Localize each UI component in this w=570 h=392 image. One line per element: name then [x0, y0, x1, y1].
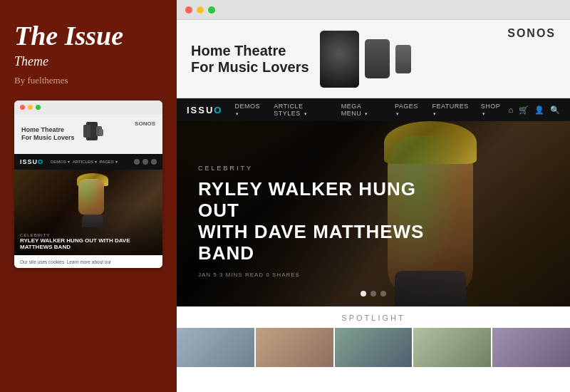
nav-item-pages[interactable]: PAGES ▾ [390, 103, 425, 117]
nav-user-icon[interactable]: 👤 [534, 105, 544, 115]
mini-nav-icons [134, 159, 157, 165]
mini-nav-logo: ISSUO [20, 158, 43, 165]
spotlight-label: SPOTLIGHT [177, 314, 570, 322]
ad-banner: Home Theatre For Music Lovers SONOS [177, 20, 570, 98]
mini-speaker-icon [82, 120, 107, 148]
mini-icon-1 [134, 159, 140, 165]
spotlight-image-5[interactable] [492, 328, 570, 367]
mini-icon-3 [151, 159, 157, 165]
nav-item-demos[interactable]: DEMOS ▾ [229, 103, 267, 117]
mini-dot-green [36, 105, 41, 110]
chrome-dot-red [185, 6, 192, 14]
hero-section: CELEBRITY RYLEY WALKER HUNG OUT WITH DAV… [177, 121, 570, 306]
hero-meta: JAN 5 3 MINS READ 0 SHARES [198, 272, 455, 278]
main-browser-window: Home Theatre For Music Lovers SONOS ISSU… [177, 0, 570, 392]
mini-browser-bar [14, 100, 162, 115]
mini-ad-brand: SONOS [135, 119, 155, 127]
logo-dot: O [214, 105, 222, 115]
site-nav: ISSUO DEMOS ▾ ARTICLE STYLES ▾ MEGA MENU… [177, 98, 570, 121]
spotlight-image-4[interactable] [413, 328, 491, 367]
nav-icons: ⌂ 🛒 👤 🔍 [508, 105, 560, 115]
nav-home-icon[interactable]: ⌂ [508, 105, 513, 114]
nav-item-features[interactable]: FEATURES ▾ [427, 103, 474, 117]
mini-cookie-notice: Our site uses cookies. Learn more about … [14, 255, 162, 268]
mini-browser-preview: Home Theatre For Music Lovers SONOS ISSU… [14, 100, 162, 268]
nav-item-mega-menu[interactable]: MEGA MENU ▾ [336, 103, 388, 117]
hero-category: CELEBRITY [198, 165, 455, 172]
spotlight-images [177, 328, 570, 367]
hero-title: RYLEY WALKER HUNG OUT WITH DAVE MATTHEWS… [198, 179, 455, 264]
mini-hero-title: RYLEY WALKER HUNG OUT WITH DAVE MATTHEWS… [20, 237, 157, 251]
mini-dot-yellow [28, 105, 33, 110]
hero-content: CELEBRITY RYLEY WALKER HUNG OUT WITH DAV… [198, 165, 455, 278]
mini-dot-red [20, 105, 25, 110]
mini-ad-text-line1: Home Theatre [21, 126, 75, 135]
hero-dot-1[interactable] [361, 291, 366, 296]
mini-nav-articles: ARTICLES ▾ [73, 159, 97, 164]
speaker-main-icon [320, 31, 359, 88]
nav-cart-icon[interactable]: 🛒 [519, 105, 529, 115]
browser-chrome-bar [177, 0, 570, 20]
speaker-small-icon [365, 39, 390, 78]
mini-ad-text-line2: For Music Lovers [21, 134, 75, 143]
ad-speaker-visual [320, 31, 411, 88]
sidebar: The Issue Theme By fuelthemes Home Theat… [0, 0, 177, 392]
mini-ad-banner: Home Theatre For Music Lovers SONOS [14, 115, 162, 154]
nav-items: DEMOS ▾ ARTICLE STYLES ▾ MEGA MENU ▾ PAG… [229, 103, 508, 117]
spotlight-image-3[interactable] [335, 328, 413, 367]
mini-hero-text: CELEBRITY RYLEY WALKER HUNG OUT WITH DAV… [14, 229, 162, 255]
ad-brand-label: SONOS [507, 27, 556, 40]
nav-item-shop[interactable]: SHOP ▾ [476, 103, 509, 117]
mini-nav-bar: ISSUO DEMOS ▾ ARTICLES ▾ PAGES ▾ [14, 154, 162, 170]
theme-author: By fuelthemes [14, 75, 162, 86]
spotlight-image-1[interactable] [177, 328, 254, 367]
hero-carousel-dots [361, 291, 386, 296]
hero-dot-3[interactable] [380, 291, 386, 296]
chrome-dot-yellow [197, 6, 204, 14]
mini-nav-pages: PAGES ▾ [100, 159, 118, 164]
ad-text-block: Home Theatre For Music Lovers [191, 43, 309, 76]
mini-nav-demos: DEMOS ▾ [51, 159, 70, 164]
mini-hero-section: CELEBRITY RYLEY WALKER HUNG OUT WITH DAV… [14, 170, 162, 255]
hero-title-line1: RYLEY WALKER HUNG OUT [198, 178, 416, 221]
ad-title-line1: Home Theatre [191, 43, 309, 59]
chrome-dot-green [208, 6, 215, 14]
theme-title: The Issue [14, 21, 162, 51]
hero-dot-2[interactable] [370, 291, 376, 296]
spotlight-section: SPOTLIGHT [177, 306, 570, 367]
nav-search-icon[interactable]: 🔍 [550, 105, 560, 115]
theme-subtitle: Theme [14, 54, 162, 69]
hero-title-line2: WITH DAVE MATTHEWS BAND [198, 221, 424, 264]
svg-rect-1 [83, 125, 90, 138]
ad-title-line2: For Music Lovers [191, 59, 309, 76]
svg-rect-3 [99, 129, 103, 136]
speaker-tiny-icon [395, 45, 411, 73]
nav-logo: ISSUO [187, 105, 222, 115]
mini-icon-2 [142, 159, 148, 165]
nav-item-article-styles[interactable]: ARTICLE STYLES ▾ [269, 103, 335, 117]
spotlight-image-2[interactable] [256, 328, 333, 367]
mini-nav-items: DEMOS ▾ ARTICLES ▾ PAGES ▾ [51, 159, 117, 164]
